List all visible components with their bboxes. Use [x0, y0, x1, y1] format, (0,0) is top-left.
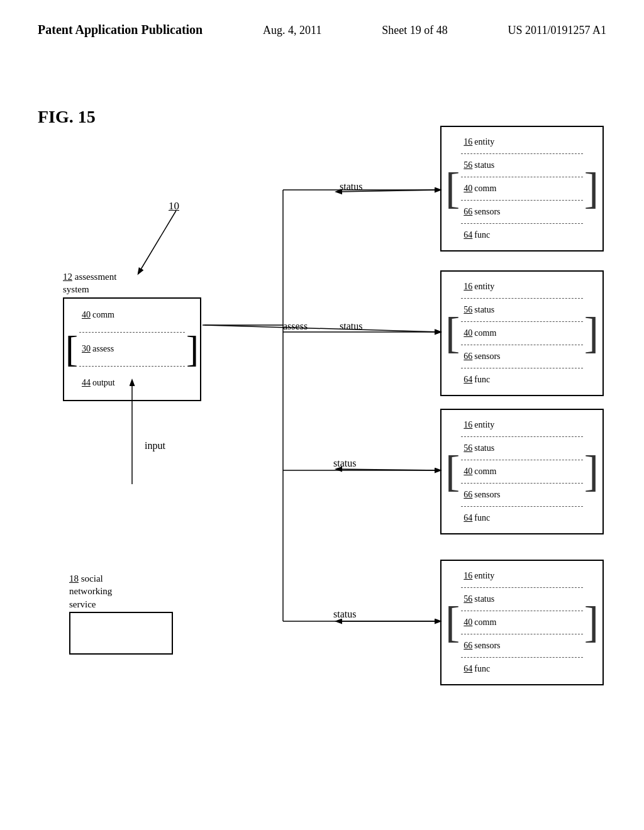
- patent-number: US 2011/0191257 A1: [508, 24, 606, 37]
- entity-2-row-4: 64 func: [461, 368, 582, 391]
- entity-4-row-2: 40 comm: [461, 611, 582, 634]
- entity-2-row-3: 66 sensors: [461, 345, 582, 368]
- assess-label: assess: [283, 321, 308, 332]
- entity-3-row-4: 64 func: [461, 507, 582, 529]
- ref-10-label: 10: [169, 200, 179, 213]
- entity-2-row-1: 56 status: [461, 299, 582, 322]
- input-label: input: [145, 440, 165, 451]
- assess-row-0: 40 comm: [79, 299, 185, 333]
- entity-3-row-0: 16 entity: [461, 414, 582, 437]
- sheet-info: Sheet 19 of 48: [382, 24, 447, 37]
- fig-label: FIG. 15: [38, 107, 96, 127]
- assess-num: 12: [63, 272, 72, 282]
- svg-line-3: [336, 469, 440, 470]
- entity-3-row-2: 40 comm: [461, 460, 582, 484]
- assess-text: assessment: [75, 272, 117, 282]
- assess-text2: system: [63, 284, 89, 294]
- publication-date: Aug. 4, 2011: [263, 24, 321, 37]
- social-text: social: [81, 573, 103, 584]
- entity-4-row-4: 64 func: [461, 658, 582, 680]
- entity-1-row-1: 56 status: [461, 154, 582, 177]
- status-label-2: status: [340, 321, 362, 332]
- right-bracket: ]: [185, 299, 200, 400]
- svg-line-2: [204, 325, 440, 332]
- entity-1-row-3: 66 sensors: [461, 201, 582, 224]
- social-title: 18 social networking service: [69, 572, 173, 611]
- entity-box-2: [ 16 entity 56 status 40 comm 66 sensors…: [440, 270, 604, 396]
- diagram-area: FIG. 15 10 12 assessment system [ 40 com…: [0, 88, 644, 805]
- status-label-3: status: [333, 458, 356, 469]
- entity-rows-3: 16 entity 56 status 40 comm 66 sensors 6…: [461, 414, 582, 529]
- entity-4-row-1: 56 status: [461, 588, 582, 611]
- entity-4-row-0: 16 entity: [461, 565, 582, 588]
- entity-box-1-content: [ 16 entity 56 status 40 comm 66 sensors…: [441, 127, 602, 250]
- ref-10-num: 10: [169, 200, 179, 212]
- entity-box-1: [ 16 entity 56 status 40 comm 66 sensors…: [440, 126, 604, 252]
- entity-2-row-0: 16 entity: [461, 275, 582, 299]
- assess-inner-box: [ 40 comm 30 assess 44 output ]: [63, 297, 201, 401]
- entity-rows-2: 16 entity 56 status 40 comm 66 sensors 6…: [461, 275, 582, 391]
- entity-box-2-content: [ 16 entity 56 status 40 comm 66 sensors…: [441, 272, 602, 395]
- entity-3-row-1: 56 status: [461, 437, 582, 460]
- assess-row-2: 44 output: [79, 367, 185, 400]
- social-inner-box: [69, 612, 173, 655]
- entity-rows-4: 16 entity 56 status 40 comm 66 sensors 6…: [461, 565, 582, 680]
- entity-box-4: [ 16 entity 56 status 40 comm 66 sensors…: [440, 560, 604, 685]
- social-text2: networking: [69, 586, 112, 596]
- page-header: Patent Application Publication Aug. 4, 2…: [0, 0, 644, 37]
- assess-row-1: 30 assess: [79, 333, 185, 367]
- assess-title: 12 assessment system: [63, 270, 201, 296]
- svg-line-0: [138, 211, 176, 274]
- status-label-1: status: [340, 181, 362, 192]
- entity-box-3-content: [ 16 entity 56 status 40 comm 66 sensors…: [441, 410, 602, 533]
- social-text3: service: [69, 599, 96, 609]
- entity-4-row-3: 66 sensors: [461, 634, 582, 658]
- entity-2-row-2: 40 comm: [461, 322, 582, 345]
- entity-1-row-2: 40 comm: [461, 177, 582, 201]
- entity-rows-1: 16 entity 56 status 40 comm 66 sensors 6…: [461, 131, 582, 246]
- assess-rows: 40 comm 30 assess 44 output: [79, 299, 185, 400]
- social-num: 18: [69, 573, 79, 584]
- entity-3-row-3: 66 sensors: [461, 484, 582, 507]
- entity-1-row-4: 64 func: [461, 224, 582, 246]
- assessment-system-box: 12 assessment system [ 40 comm 30 assess…: [63, 270, 201, 401]
- social-networking-box: 18 social networking service: [69, 572, 173, 655]
- entity-1-row-0: 16 entity: [461, 131, 582, 154]
- publication-title: Patent Application Publication: [38, 23, 203, 37]
- status-label-4: status: [333, 609, 356, 620]
- entity-box-3: [ 16 entity 56 status 40 comm 66 sensors…: [440, 409, 604, 534]
- left-bracket: [: [64, 299, 79, 400]
- entity-box-4-content: [ 16 entity 56 status 40 comm 66 sensors…: [441, 561, 602, 684]
